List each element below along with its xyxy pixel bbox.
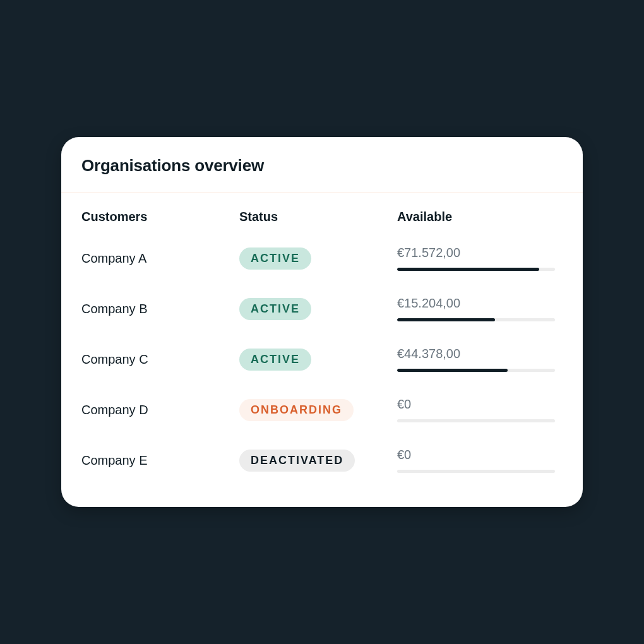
progress-bar (397, 419, 555, 422)
organisations-card: Organisations overview Customers Status … (61, 137, 583, 507)
col-header-status: Status (239, 210, 397, 233)
available-amount: €44.378,00 (397, 347, 563, 361)
progress-bar (397, 318, 555, 321)
customer-name: Company C (81, 352, 239, 367)
status-cell: ACTIVE (239, 298, 397, 320)
available-cell: €0 (397, 397, 563, 422)
progress-bar (397, 369, 555, 372)
status-cell: ONBOARDING (239, 399, 397, 421)
available-cell: €0 (397, 448, 563, 473)
available-cell: €44.378,00 (397, 347, 563, 372)
available-amount: €15.204,00 (397, 296, 563, 311)
col-header-customers: Customers (81, 210, 239, 233)
col-header-available: Available (397, 210, 563, 233)
available-amount: €71.572,00 (397, 246, 563, 260)
available-amount: €0 (397, 448, 563, 462)
available-amount: €0 (397, 397, 563, 412)
available-cell: €71.572,00 (397, 246, 563, 271)
customer-name: Company A (81, 251, 239, 266)
table-row[interactable]: Company CACTIVE€44.378,00 (81, 334, 563, 385)
status-cell: DEACTIVATED (239, 450, 397, 472)
progress-bar (397, 470, 555, 473)
customer-name: Company D (81, 403, 239, 417)
organisations-table: Customers Status Available Company AACTI… (61, 193, 583, 507)
status-badge: ACTIVE (239, 349, 311, 371)
table-row[interactable]: Company EDEACTIVATED€0 (81, 435, 563, 486)
card-header: Organisations overview (61, 137, 583, 193)
progress-bar (397, 268, 555, 271)
customer-name: Company B (81, 302, 239, 316)
table-row[interactable]: Company BACTIVE€15.204,00 (81, 283, 563, 334)
status-badge: ACTIVE (239, 298, 311, 320)
progress-fill (397, 318, 495, 321)
table-row[interactable]: Company DONBOARDING€0 (81, 385, 563, 435)
card-title: Organisations overview (81, 156, 563, 176)
progress-fill (397, 268, 539, 271)
status-badge: DEACTIVATED (239, 450, 355, 472)
status-cell: ACTIVE (239, 247, 397, 270)
available-cell: €15.204,00 (397, 296, 563, 321)
status-badge: ACTIVE (239, 247, 311, 270)
table-row[interactable]: Company AACTIVE€71.572,00 (81, 233, 563, 283)
table-body: Company AACTIVE€71.572,00Company BACTIVE… (81, 233, 563, 486)
progress-fill (397, 369, 508, 372)
status-cell: ACTIVE (239, 349, 397, 371)
status-badge: ONBOARDING (239, 399, 354, 421)
table-header-row: Customers Status Available (81, 210, 563, 233)
customer-name: Company E (81, 453, 239, 468)
